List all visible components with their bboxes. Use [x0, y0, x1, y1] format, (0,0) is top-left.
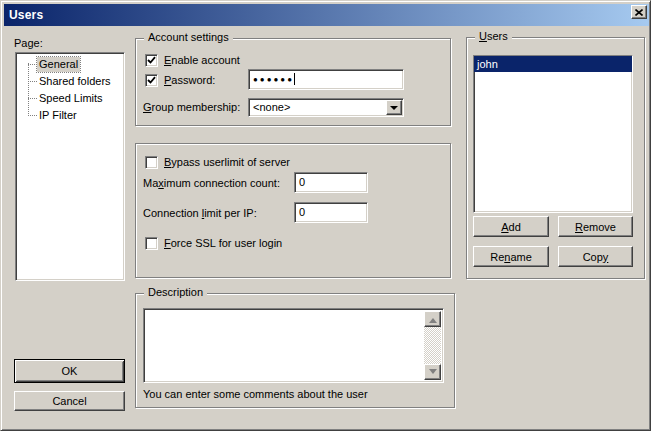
enable-account-checkbox[interactable]: [145, 54, 158, 67]
users-list[interactable]: john: [473, 55, 633, 213]
user-list-item[interactable]: john: [474, 56, 632, 72]
tree-item-label: Shared folders: [37, 74, 113, 89]
add-user-button[interactable]: Add: [473, 216, 549, 237]
page-tree[interactable]: General Shared folders Speed Limits IP F…: [15, 52, 125, 281]
cancel-button[interactable]: Cancel: [14, 391, 125, 411]
tree-stub: [28, 98, 37, 99]
force-ssl-checkbox-row[interactable]: Force SSL for user login: [145, 237, 282, 250]
description-text[interactable]: [146, 311, 424, 380]
users-group-title: Users: [475, 30, 512, 43]
password-checkbox[interactable]: [145, 74, 158, 87]
page-label: Page:: [14, 37, 43, 50]
group-membership-label: Group membership:: [143, 101, 240, 114]
description-scrollbar[interactable]: [424, 311, 441, 380]
tree-item-label: Speed Limits: [37, 91, 105, 106]
max-connections-input[interactable]: 0: [294, 172, 368, 193]
tree-stub: [28, 64, 37, 65]
window-title: Users: [4, 8, 43, 22]
arrow-up-icon: [429, 314, 437, 323]
limit-per-ip-label: Connection limit per IP:: [143, 207, 257, 220]
copy-user-button[interactable]: Copy: [558, 246, 633, 267]
check-icon: [147, 56, 156, 65]
password-input[interactable]: ●●●●●●: [248, 69, 404, 90]
description-group-title: Description: [144, 286, 207, 299]
close-icon: [635, 9, 643, 16]
group-membership-value: <none>: [253, 101, 290, 113]
close-button[interactable]: [631, 5, 647, 19]
enable-account-label[interactable]: Enable account: [164, 54, 240, 67]
description-hint: You can enter some comments about the us…: [143, 388, 368, 401]
chevron-down-icon: [390, 106, 398, 114]
check-icon: [147, 76, 156, 85]
tree-item-shared-folders[interactable]: Shared folders: [16, 73, 124, 90]
tree-item-label: IP Filter: [37, 108, 79, 123]
tree-item-label: General: [37, 57, 80, 72]
combo-dropdown-button[interactable]: [386, 100, 402, 115]
arrow-down-icon: [429, 369, 437, 378]
bypass-userlimit-checkbox-row[interactable]: Bypass userlimit of server: [145, 156, 290, 169]
force-ssl-checkbox[interactable]: [145, 237, 158, 250]
tree-stub: [28, 81, 37, 82]
tree-item-general[interactable]: General: [16, 56, 124, 73]
tree-item-ip-filter[interactable]: IP Filter: [16, 107, 124, 124]
rename-user-button[interactable]: Rename: [473, 246, 549, 267]
password-checkbox-row[interactable]: Password:: [145, 74, 215, 87]
text-caret: [294, 73, 295, 85]
description-textarea[interactable]: [143, 308, 444, 383]
titlebar[interactable]: Users: [4, 4, 649, 26]
scroll-down-button[interactable]: [424, 364, 441, 380]
force-ssl-label[interactable]: Force SSL for user login: [164, 237, 282, 250]
bypass-userlimit-label[interactable]: Bypass userlimit of server: [164, 156, 290, 169]
bypass-userlimit-checkbox[interactable]: [145, 156, 158, 169]
limit-per-ip-input[interactable]: 0: [294, 202, 368, 223]
max-connections-label: Maximum connection count:: [143, 177, 280, 190]
users-dialog-window: Users Page: General Shared folders Speed…: [0, 0, 651, 431]
enable-account-checkbox-row[interactable]: Enable account: [145, 54, 240, 67]
scroll-up-button[interactable]: [424, 311, 441, 327]
group-membership-select[interactable]: <none>: [248, 98, 404, 117]
tree-item-speed-limits[interactable]: Speed Limits: [16, 90, 124, 107]
ok-button[interactable]: OK: [14, 359, 125, 383]
account-settings-group-title: Account settings: [144, 31, 233, 44]
tree-stub: [28, 115, 37, 116]
remove-user-button[interactable]: Remove: [558, 216, 633, 237]
password-masked-value: ●●●●●●: [253, 75, 294, 84]
password-label[interactable]: Password:: [164, 74, 215, 87]
